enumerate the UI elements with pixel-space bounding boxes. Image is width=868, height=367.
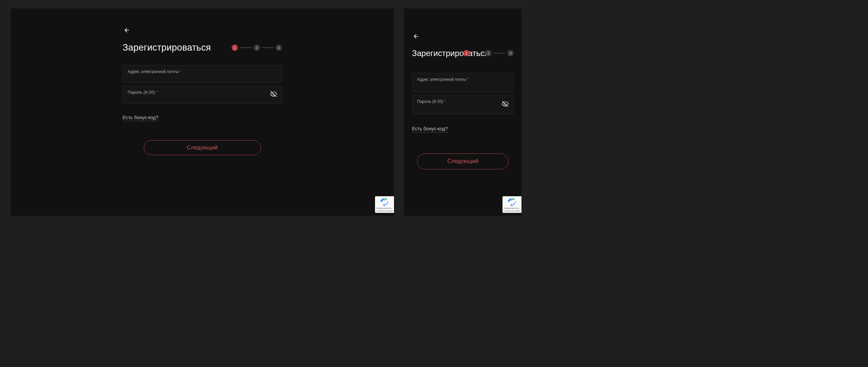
recaptcha-badge[interactable]: Конфиденциальность - Условия использован…	[375, 196, 394, 213]
bonus-code-link[interactable]: Есть бонус-код?	[412, 126, 448, 132]
arrow-left-icon	[123, 27, 130, 35]
toggle-password-visibility-button[interactable]	[270, 91, 278, 99]
page-title: Зарегистрироваться	[123, 42, 211, 53]
step-3: 3	[276, 44, 282, 51]
recaptcha-icon	[507, 197, 517, 207]
recaptcha-badge[interactable]: Конфиденциальность - Условия использован…	[502, 196, 521, 213]
bonus-code-link[interactable]: Есть бонус-код?	[123, 115, 159, 121]
password-label: Пароль (8-20)*	[128, 90, 158, 95]
email-label: Адрес электронной почты*	[128, 69, 182, 74]
step-line	[262, 48, 274, 48]
recaptcha-privacy-text: Конфиденциальность -	[376, 207, 393, 209]
back-button[interactable]	[412, 33, 420, 41]
back-button[interactable]	[123, 27, 131, 35]
page-title: Зарегистрироваться	[412, 49, 463, 58]
step-2: 2	[485, 50, 492, 56]
step-1: 1	[232, 44, 238, 51]
stepper: 1 2 3	[232, 44, 282, 51]
email-field[interactable]: Адрес электронной почты*	[412, 73, 514, 92]
recaptcha-privacy-text: Конфиденциальность -	[504, 207, 520, 209]
step-2: 2	[254, 44, 260, 51]
password-label: Пароль (8-20)*	[417, 99, 446, 104]
arrow-left-icon	[413, 33, 419, 41]
step-line	[472, 53, 483, 53]
eye-off-icon	[270, 90, 277, 99]
registration-panel-desktop: Зарегистрироваться 1 2 3 Адрес электронн…	[11, 8, 394, 216]
email-field[interactable]: Адрес электронной почты*	[123, 65, 282, 83]
password-field[interactable]: Пароль (8-20)*	[412, 95, 514, 114]
step-1: 1	[463, 50, 470, 56]
recaptcha-icon	[379, 197, 390, 207]
next-button-label: Следующий	[447, 158, 478, 164]
registration-panel-mobile: Зарегистрироваться 1 2 3 Адрес электронн…	[404, 8, 521, 216]
email-label: Адрес электронной почты*	[417, 77, 469, 82]
next-button-label: Следующий	[187, 145, 218, 151]
recaptcha-terms-text: Условия использования	[504, 210, 520, 212]
next-button[interactable]: Следующий	[144, 140, 261, 155]
toggle-password-visibility-button[interactable]	[501, 100, 509, 109]
password-field[interactable]: Пароль (8-20)*	[123, 86, 282, 104]
next-button[interactable]: Следующий	[417, 153, 509, 169]
recaptcha-terms-text: Условия использования	[376, 210, 393, 212]
stepper: 1 2 3	[463, 50, 514, 56]
step-line	[240, 48, 252, 48]
eye-off-icon	[501, 100, 509, 109]
step-line	[494, 53, 505, 53]
step-3: 3	[507, 50, 514, 56]
